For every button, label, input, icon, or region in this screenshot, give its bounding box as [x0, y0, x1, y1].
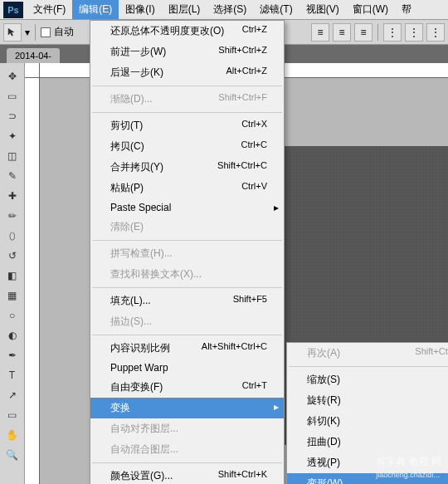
- eyedropper-tool[interactable]: ✎: [3, 167, 22, 185]
- menu-item-label: 清除(E): [110, 220, 144, 234]
- zoom-tool[interactable]: 🔍: [3, 446, 22, 464]
- menu-item-label: 查找和替换文本(X)...: [110, 267, 202, 281]
- edit-menu-item-19[interactable]: 内容识别比例Alt+Shift+Ctrl+C: [90, 338, 284, 359]
- blur-tool[interactable]: ○: [3, 306, 22, 325]
- edit-menu-separator: [92, 240, 282, 241]
- submenu-arrow-icon: ▸: [274, 202, 279, 213]
- menu-item-label: 自动对齐图层...: [110, 422, 178, 436]
- eraser-tool[interactable]: ◧: [3, 266, 22, 285]
- dodge-tool[interactable]: ◐: [3, 326, 22, 345]
- edit-menu-separator: [92, 462, 282, 463]
- menu-item-label: 变换: [110, 401, 130, 415]
- menu-item-shortcut: Shift+F5: [233, 294, 267, 308]
- distribute-2-button[interactable]: ⋮: [405, 23, 423, 42]
- history-brush-tool[interactable]: ↺: [3, 247, 22, 265]
- edit-menu-item-0[interactable]: 还原总体不透明度更改(O)Ctrl+Z: [90, 21, 284, 42]
- transform-menu-item-2[interactable]: 缩放(S): [287, 369, 448, 390]
- menu-item-label: 后退一步(K): [110, 66, 163, 80]
- edit-menu-item-9[interactable]: 粘贴(P)Ctrl+V: [90, 178, 284, 198]
- transform-menu-item-4[interactable]: 斜切(K): [287, 411, 448, 432]
- submenu-arrow-icon: ▸: [274, 401, 279, 413]
- edit-menu-item-26[interactable]: 颜色设置(G)...Shift+Ctrl+K: [90, 466, 284, 484]
- menu-item-shortcut: Ctrl+T: [242, 380, 267, 394]
- hand-tool[interactable]: ✋: [3, 426, 22, 444]
- menu-item-label: 渐隐(D)...: [110, 92, 153, 106]
- menu-item-label: Puppet Warp: [110, 362, 168, 374]
- menu-filter[interactable]: 滤镜(T): [253, 0, 299, 19]
- edit-menu-item-21[interactable]: 自由变换(F)Ctrl+T: [90, 377, 284, 398]
- pen-tool[interactable]: ✒: [3, 346, 22, 364]
- align-left-button[interactable]: ≡: [311, 23, 329, 42]
- menu-item-label: 还原总体不透明度更改(O): [110, 24, 224, 38]
- shape-tool[interactable]: ▭: [3, 406, 22, 424]
- edit-menu-separator: [92, 86, 282, 86]
- menu-layer[interactable]: 图层(L): [162, 0, 207, 19]
- edit-menu-item-7[interactable]: 拷贝(C)Ctrl+C: [90, 136, 284, 157]
- auto-checkbox[interactable]: [41, 27, 51, 37]
- edit-menu-item-10[interactable]: Paste Special▸: [90, 198, 284, 217]
- dropdown-arrow-icon[interactable]: ▾: [25, 27, 30, 38]
- crop-tool[interactable]: ◫: [3, 147, 22, 165]
- menu-item-label: 颜色设置(G)...: [110, 469, 173, 483]
- menu-item-shortcut: Alt+Ctrl+Z: [226, 66, 267, 80]
- marquee-tool[interactable]: ▭: [3, 87, 22, 105]
- lasso-tool[interactable]: ⊃: [3, 107, 22, 125]
- edit-menu-item-14: 查找和替换文本(X)...: [90, 264, 284, 285]
- menu-item-shortcut: Ctrl+Z: [242, 24, 267, 38]
- path-tool[interactable]: ↗: [3, 386, 22, 404]
- menu-select[interactable]: 选择(S): [207, 0, 253, 19]
- menu-item-label: 描边(S)...: [110, 315, 152, 329]
- move-tool-indicator[interactable]: [3, 23, 22, 42]
- ruler-vertical[interactable]: [25, 78, 40, 484]
- menu-image[interactable]: 图像(I): [119, 0, 161, 19]
- edit-menu-item-17: 描边(S)...: [90, 311, 284, 332]
- menu-item-label: 变形(W): [307, 477, 343, 484]
- move-tool[interactable]: ✥: [3, 67, 22, 86]
- menu-help[interactable]: 帮: [395, 0, 418, 19]
- edit-menu-item-8[interactable]: 合并拷贝(Y)Shift+Ctrl+C: [90, 157, 284, 178]
- menu-item-shortcut: Shift+Ctrl+Z: [218, 45, 267, 59]
- menu-item-label: 透视(P): [307, 456, 340, 470]
- type-tool[interactable]: T: [3, 366, 22, 384]
- edit-menu-item-4: 渐隐(D)...Shift+Ctrl+F: [90, 89, 284, 110]
- transform-menu-separator: [289, 366, 448, 367]
- align-center-button[interactable]: ≡: [333, 23, 351, 42]
- stamp-tool[interactable]: ⬯: [3, 227, 22, 245]
- healing-tool[interactable]: ✚: [3, 187, 22, 205]
- edit-menu-item-13: 拼写检查(H)...: [90, 243, 284, 264]
- distribute-1-button[interactable]: ⋮: [383, 23, 402, 42]
- menu-edit[interactable]: 编辑(E): [72, 0, 119, 19]
- document-tab[interactable]: 2014-04-: [7, 48, 60, 63]
- menu-item-shortcut: Shift+Ctrl+F: [218, 92, 267, 106]
- menu-window[interactable]: 窗口(W): [346, 0, 395, 19]
- watermark: 首字典 教程 网 jiaocheng.chazidi...: [376, 455, 441, 479]
- edit-menu-separator: [92, 112, 282, 113]
- edit-menu-item-24: 自动混合图层...: [90, 439, 284, 460]
- transform-menu-item-5[interactable]: 扭曲(D): [287, 432, 448, 452]
- menu-file[interactable]: 文件(F): [27, 0, 72, 19]
- edit-menu-item-16[interactable]: 填充(L)...Shift+F5: [90, 291, 284, 311]
- edit-menu-item-20[interactable]: Puppet Warp: [90, 359, 284, 377]
- transform-menu-item-3[interactable]: 旋转(R): [287, 390, 448, 411]
- align-right-button[interactable]: ≡: [354, 23, 373, 42]
- wand-tool[interactable]: ✦: [3, 127, 22, 145]
- edit-menu-item-1[interactable]: 前进一步(W)Shift+Ctrl+Z: [90, 42, 284, 62]
- menu-item-label: 扭曲(D): [307, 435, 341, 449]
- edit-menu-item-2[interactable]: 后退一步(K)Alt+Ctrl+Z: [90, 62, 284, 83]
- edit-menu-item-6[interactable]: 剪切(T)Ctrl+X: [90, 115, 284, 136]
- menu-item-label: 前进一步(W): [110, 45, 166, 59]
- menu-item-label: 合并拷贝(Y): [110, 160, 163, 174]
- menu-item-label: 粘贴(P): [110, 181, 144, 195]
- edit-menu-item-22[interactable]: 变换▸: [90, 398, 284, 418]
- tools-panel: ✥ ▭ ⊃ ✦ ◫ ✎ ✚ ✏ ⬯ ↺ ◧ ▦ ○ ◐ ✒ T ↗ ▭ ✋ 🔍: [0, 63, 25, 484]
- edit-menu-separator: [92, 287, 282, 288]
- distribute-3-button[interactable]: ⋮: [426, 23, 445, 42]
- menu-item-shortcut: Shift+Ctrl+C: [217, 160, 267, 174]
- edit-menu-item-23: 自动对齐图层...: [90, 418, 284, 439]
- menu-item-label: Paste Special: [110, 202, 171, 213]
- transform-menu-item-0: 再次(A)Shift+Ctrl+T: [287, 343, 448, 364]
- gradient-tool[interactable]: ▦: [3, 286, 22, 305]
- brush-tool[interactable]: ✏: [3, 207, 22, 225]
- menu-view[interactable]: 视图(V): [299, 0, 346, 19]
- menu-item-label: 缩放(S): [307, 373, 340, 387]
